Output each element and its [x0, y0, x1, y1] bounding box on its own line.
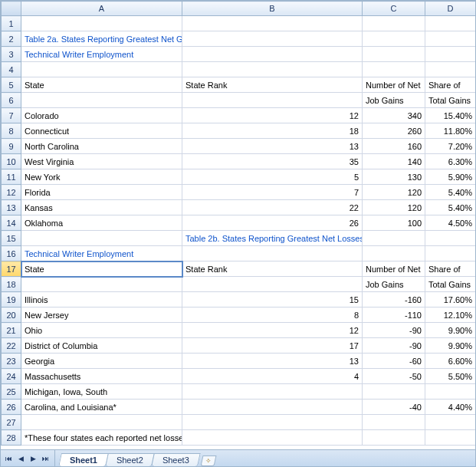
- cell-A25[interactable]: Michigan, Iowa, South: [21, 384, 182, 400]
- cell-B19[interactable]: 15: [182, 292, 363, 307]
- cell-C10[interactable]: 140: [363, 154, 425, 169]
- cell-C18[interactable]: Job Gains: [363, 277, 425, 292]
- cell-B22[interactable]: 17: [182, 338, 363, 354]
- tab-nav-next-icon[interactable]: ▶: [27, 452, 39, 465]
- row-header[interactable]: 28: [2, 430, 21, 446]
- sheet-tab-sheet3[interactable]: Sheet3: [151, 453, 200, 466]
- cell-D26[interactable]: 4.40%: [425, 400, 476, 415]
- cell-A1[interactable]: [21, 16, 182, 31]
- cell-D3[interactable]: [425, 47, 476, 62]
- cell-A15[interactable]: [21, 231, 182, 246]
- cell-D1[interactable]: [425, 16, 476, 31]
- cell-B18[interactable]: [182, 277, 363, 292]
- cell-B1[interactable]: [182, 16, 363, 31]
- cell-A19[interactable]: Illinois: [21, 292, 182, 307]
- cell-A5[interactable]: State: [21, 77, 182, 93]
- cell-C28[interactable]: [363, 430, 425, 446]
- cell-B12[interactable]: 7: [182, 185, 363, 200]
- cell-B20[interactable]: 8: [182, 307, 363, 323]
- cell-B10[interactable]: 35: [182, 154, 363, 169]
- cell-C1[interactable]: [363, 16, 425, 31]
- cell-A17[interactable]: State: [21, 261, 182, 277]
- cell-B11[interactable]: 5: [182, 169, 363, 185]
- sheet-tab-sheet1[interactable]: Sheet1: [58, 453, 109, 466]
- row-header[interactable]: 16: [2, 246, 21, 261]
- row-header[interactable]: 27: [2, 415, 21, 430]
- cell-B15[interactable]: Table 2b. States Reporting Greatest Net …: [182, 231, 363, 246]
- row-header[interactable]: 8: [2, 123, 21, 139]
- cell-D9[interactable]: 7.20%: [425, 139, 476, 154]
- cell-A9[interactable]: North Carolina: [21, 139, 182, 154]
- cell-D28[interactable]: [425, 430, 476, 446]
- cell-C12[interactable]: 120: [363, 185, 425, 200]
- cell-C23[interactable]: -60: [363, 354, 425, 369]
- cell-D2[interactable]: [425, 31, 476, 47]
- row-header[interactable]: 11: [2, 169, 21, 185]
- cell-B5[interactable]: State Rank: [182, 77, 363, 93]
- cell-C9[interactable]: 160: [363, 139, 425, 154]
- cell-A16[interactable]: Technical Writer Employment: [21, 246, 182, 261]
- cell-C6[interactable]: Job Gains: [363, 93, 425, 108]
- new-sheet-button[interactable]: ✧: [200, 455, 216, 466]
- cell-A4[interactable]: [21, 62, 182, 77]
- cell-A24[interactable]: Massachusetts: [21, 369, 182, 384]
- row-header[interactable]: 3: [2, 47, 21, 62]
- cell-D11[interactable]: 5.90%: [425, 169, 476, 185]
- cell-C4[interactable]: [363, 62, 425, 77]
- row-header[interactable]: 14: [2, 215, 21, 231]
- cell-B28[interactable]: [182, 430, 363, 446]
- sheet-tab-sheet2[interactable]: Sheet2: [105, 453, 154, 466]
- cell-D19[interactable]: 17.60%: [425, 292, 476, 307]
- cell-D7[interactable]: 15.40%: [425, 108, 476, 123]
- cell-D10[interactable]: 6.30%: [425, 154, 476, 169]
- cell-C21[interactable]: -90: [363, 323, 425, 338]
- cell-A22[interactable]: District of Columbia: [21, 338, 182, 354]
- cell-B24[interactable]: 4: [182, 369, 363, 384]
- cell-D20[interactable]: 12.10%: [425, 307, 476, 323]
- cell-B6[interactable]: [182, 93, 363, 108]
- cell-C13[interactable]: 120: [363, 200, 425, 215]
- row-header[interactable]: 4: [2, 62, 21, 77]
- cell-B13[interactable]: 22: [182, 200, 363, 215]
- row-header[interactable]: 23: [2, 354, 21, 369]
- row-header[interactable]: 18: [2, 277, 21, 292]
- row-header[interactable]: 7: [2, 108, 21, 123]
- cell-B7[interactable]: 12: [182, 108, 363, 123]
- tab-nav-first-icon[interactable]: ⏮: [2, 452, 15, 465]
- cell-B23[interactable]: 13: [182, 354, 363, 369]
- cell-A13[interactable]: Kansas: [21, 200, 182, 215]
- col-header-C[interactable]: C: [363, 2, 425, 16]
- cell-D22[interactable]: 9.90%: [425, 338, 476, 354]
- cell-D13[interactable]: 5.40%: [425, 200, 476, 215]
- cell-C27[interactable]: [363, 415, 425, 430]
- cell-B27[interactable]: [182, 415, 363, 430]
- cell-B16[interactable]: [182, 246, 363, 261]
- row-header[interactable]: 6: [2, 93, 21, 108]
- row-header[interactable]: 5: [2, 77, 21, 93]
- cell-D23[interactable]: 6.60%: [425, 354, 476, 369]
- cell-B9[interactable]: 13: [182, 139, 363, 154]
- col-header-A[interactable]: A: [21, 2, 182, 16]
- cell-D4[interactable]: [425, 62, 476, 77]
- cell-D25[interactable]: [425, 384, 476, 400]
- cell-A3[interactable]: Technical Writer Employment: [21, 47, 182, 62]
- cell-B2[interactable]: [182, 31, 363, 47]
- cell-D12[interactable]: 5.40%: [425, 185, 476, 200]
- col-header-B[interactable]: B: [182, 2, 363, 16]
- row-header[interactable]: 21: [2, 323, 21, 338]
- select-all-corner[interactable]: [2, 2, 21, 16]
- cell-A18[interactable]: [21, 277, 182, 292]
- cell-D6[interactable]: Total Gains: [425, 93, 476, 108]
- cell-C24[interactable]: -50: [363, 369, 425, 384]
- cell-D21[interactable]: 9.90%: [425, 323, 476, 338]
- cell-C19[interactable]: -160: [363, 292, 425, 307]
- cell-C7[interactable]: 340: [363, 108, 425, 123]
- cell-A2[interactable]: Table 2a. States Reporting Greatest Net …: [21, 31, 182, 47]
- cell-A8[interactable]: Connecticut: [21, 123, 182, 139]
- cell-B14[interactable]: 26: [182, 215, 363, 231]
- cell-C16[interactable]: [363, 246, 425, 261]
- cell-C22[interactable]: -90: [363, 338, 425, 354]
- cell-A23[interactable]: Georgia: [21, 354, 182, 369]
- cell-B26[interactable]: [182, 400, 363, 415]
- cell-B3[interactable]: [182, 47, 363, 62]
